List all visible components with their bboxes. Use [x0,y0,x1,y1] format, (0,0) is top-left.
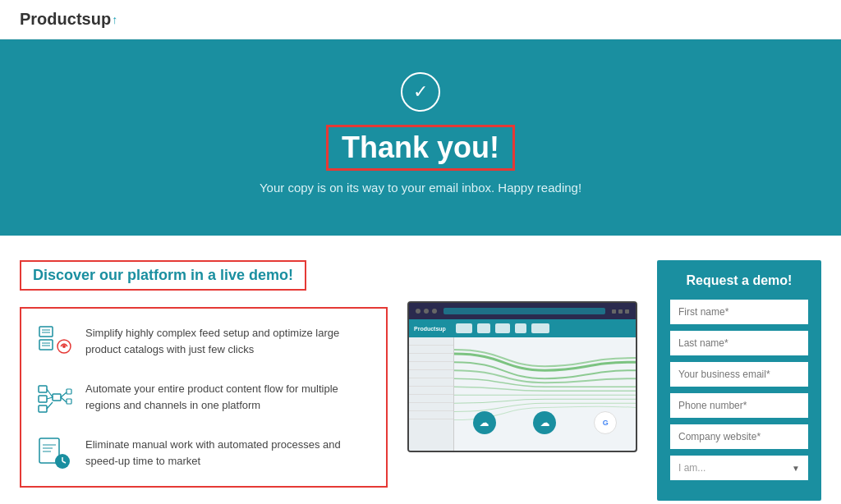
sidebar-row-6 [409,378,453,387]
hero-subtitle: Your copy is on its way to your email in… [16,181,825,195]
flow-icon [36,379,72,415]
nav-item-1 [456,323,472,333]
feature-text-2: Automate your entire product content flo… [85,378,373,413]
svg-rect-8 [39,386,47,392]
app-main-area: ☁ ☁ G [454,337,636,451]
feature-item-3: Eliminate manual work with automated pro… [34,433,373,473]
nav-item-4 [515,323,526,333]
hero-section: ✓ Thank you! Your copy is on its way to … [0,39,841,236]
logo-text: Productsup [20,10,111,29]
app-logo-mini: Productsup [414,326,446,332]
product-screenshot: Productsup [407,301,637,452]
dot-1 [416,309,420,314]
nav-item-3 [495,323,510,333]
left-column: Discover our platform in a live demo! [20,260,388,501]
business-email-input[interactable] [670,362,808,387]
svg-rect-0 [39,327,53,337]
website-input[interactable] [670,424,808,449]
svg-rect-18 [67,399,71,404]
feature-icon-2 [34,378,74,417]
header: Productsup↑ [0,0,841,39]
google-icon: G [594,411,617,434]
sidebar-row-1 [409,337,453,346]
svg-point-7 [62,345,66,348]
logo-sup: ↑ [112,13,117,26]
sidebar-row-5 [409,370,453,378]
svg-line-16 [61,397,67,402]
feature-text-1: Simplify highly complex feed setup and o… [85,322,373,357]
last-name-input[interactable] [670,331,808,355]
feature-icon-3 [34,433,74,473]
screenshot-body: Productsup [409,319,636,451]
svg-rect-17 [67,389,71,394]
demo-form: Request a demo! I am... ▼ [657,260,821,501]
nav-item-2 [477,323,490,333]
screenshot-titlebar [409,303,636,319]
dot-3 [432,309,437,314]
ctrl-2 [618,309,623,314]
checkmark-icon: ✓ [401,72,440,112]
feature-item-2: Automate your entire product content flo… [34,378,373,417]
cloud-icon-2: ☁ [533,411,556,434]
svg-rect-9 [39,396,47,402]
sidebar-row-2 [409,346,453,354]
svg-line-11 [47,389,53,397]
clock-doc-icon [36,435,72,471]
feed-icon [36,323,72,360]
sidebar-row-8 [409,395,453,403]
chevron-down-icon: ▼ [792,464,800,473]
nav-item-5 [531,323,549,333]
svg-rect-14 [53,394,61,401]
logo: Productsup↑ [20,10,117,29]
ctrl-3 [625,309,629,314]
features-box: Simplify highly complex feed setup and o… [20,307,388,488]
middle-column: Productsup [407,260,637,501]
svg-line-12 [47,397,53,399]
cloud-upload-icon: ☁ [473,411,496,434]
sidebar-row-7 [409,387,453,395]
svg-line-15 [61,392,67,397]
svg-line-13 [47,402,53,409]
window-controls [612,309,629,314]
feature-text-3: Eliminate manual work with automated pro… [85,433,373,469]
svg-rect-3 [39,340,53,350]
role-select-label: I am... [678,462,705,474]
sidebar-row-10 [409,411,453,419]
app-nav: Productsup [409,319,636,337]
phone-input[interactable] [670,393,808,418]
integration-icons: ☁ ☁ G [454,411,636,434]
ctrl-1 [612,309,616,314]
dot-2 [424,309,429,314]
thank-you-title: Thank you! [326,125,515,171]
app-grid: ☁ ☁ G [409,337,636,451]
address-bar [443,308,605,314]
sidebar-row-4 [409,362,453,370]
first-name-input[interactable] [670,300,808,324]
main-content: Discover our platform in a live demo! [0,236,841,504]
form-title: Request a demo! [670,273,808,288]
role-select[interactable]: I am... ▼ [670,456,808,480]
sidebar-row-3 [409,354,453,362]
feature-item-1: Simplify highly complex feed setup and o… [34,322,373,361]
app-sidebar [409,337,454,451]
feature-icon-1 [34,322,74,361]
discover-title: Discover our platform in a live demo! [20,260,306,291]
sidebar-row-9 [409,403,453,411]
svg-rect-10 [39,405,47,412]
